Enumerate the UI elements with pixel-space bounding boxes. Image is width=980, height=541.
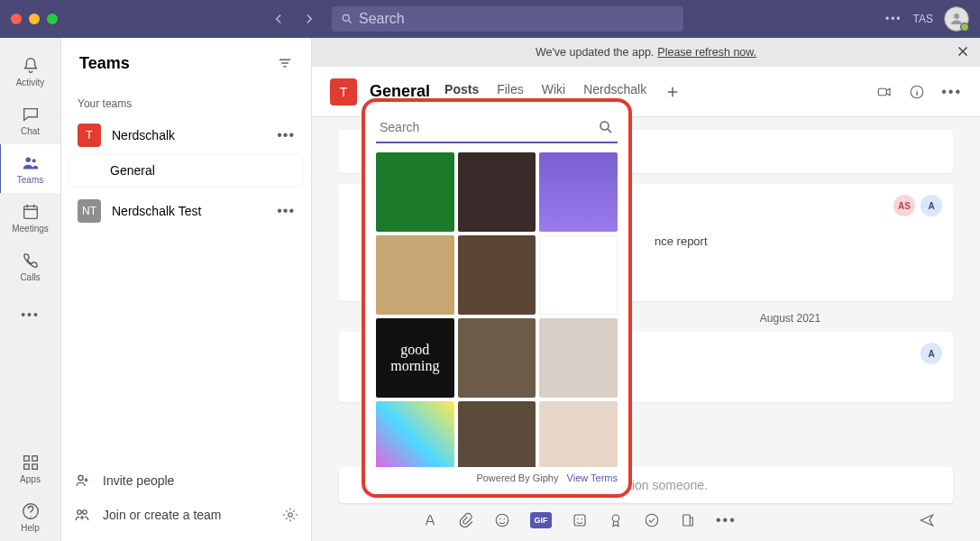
invite-people-link[interactable]: Invite people [74,465,298,496]
gif-tile[interactable] [539,152,618,232]
team-avatar: NT [78,199,101,223]
gif-tile[interactable] [458,401,536,467]
gif-tile[interactable] [376,401,454,467]
gif-search-input[interactable] [380,120,598,134]
gif-button[interactable]: GIF [530,512,552,528]
maximize-window-icon[interactable] [47,14,58,24]
close-window-icon[interactable] [11,14,22,24]
svg-rect-24 [683,515,691,526]
join-label: Join or create a team [103,508,222,522]
gif-search[interactable] [376,113,618,143]
add-tab-icon[interactable] [664,84,681,100]
gif-tile[interactable]: goodmorning [376,318,454,398]
svg-point-1 [954,14,959,19]
banner-text: We've updated the app. [536,46,654,59]
channel-content: We've updated the app. Please refresh no… [312,38,980,541]
gif-tile[interactable] [376,152,454,232]
channel-avatar: T [330,78,357,105]
gif-tile[interactable] [458,235,536,315]
rail-calls[interactable]: Calls [0,242,61,290]
rail-more[interactable]: ••• [0,290,61,339]
your-teams-label: Your teams [70,88,302,115]
ellipsis-icon[interactable]: ••• [277,203,295,219]
gif-tile[interactable] [539,235,618,315]
search-placeholder: Search [359,11,405,27]
team-name: Nerdschalk [112,128,277,142]
praise-icon[interactable] [608,512,624,528]
phone-icon [21,251,41,270]
search-icon [341,13,353,25]
team-nerdschalk[interactable]: T Nerdschalk ••• [70,115,302,155]
svg-point-2 [25,157,31,162]
refresh-link[interactable]: Please refresh now. [657,46,756,59]
ellipsis-icon[interactable]: ••• [941,84,962,100]
svg-rect-8 [32,463,37,469]
gif-tile[interactable] [458,152,536,232]
join-create-team-link[interactable]: Join or create a team [74,500,298,530]
svg-rect-7 [23,463,29,469]
chat-icon [21,105,41,124]
channel-general[interactable]: General [70,155,302,186]
video-icon[interactable] [876,84,893,100]
rail-label: Help [21,523,40,533]
sidebar-title: Teams [79,54,130,73]
bell-icon [21,56,41,76]
attach-icon[interactable] [458,512,474,528]
approvals-icon[interactable] [644,512,660,528]
svg-point-25 [600,122,609,130]
rail-apps[interactable]: Apps [0,444,61,492]
team-avatar: T [78,124,101,147]
channel-name: General [110,163,155,178]
gear-icon[interactable] [282,507,298,523]
svg-point-13 [289,513,293,518]
invite-label: Invite people [103,473,174,488]
title-bar: Search ••• TAS [0,0,980,38]
back-icon[interactable] [270,11,287,27]
rail-chat[interactable]: Chat [0,96,61,144]
user-initials: TAS [913,13,933,25]
gif-tile[interactable] [458,318,536,398]
svg-point-12 [83,510,87,515]
svg-point-23 [646,514,658,527]
svg-point-22 [612,515,619,522]
svg-rect-5 [23,455,29,461]
stream-icon[interactable] [680,512,696,528]
gif-tile[interactable] [539,401,618,467]
calendar-icon [21,202,41,222]
svg-point-21 [582,518,583,520]
gif-picker: goodmorning Powered By Giphy View Terms [362,98,632,498]
gif-tile[interactable] [539,318,618,398]
presence-available-icon [960,23,969,32]
ellipsis-icon[interactable]: ••• [716,512,737,528]
minimize-window-icon[interactable] [29,14,40,24]
gif-tile[interactable] [376,235,454,315]
join-team-icon [74,507,90,523]
ellipsis-icon[interactable]: ••• [277,127,295,143]
view-terms-link[interactable]: View Terms [567,472,618,483]
user-avatar[interactable] [944,6,969,32]
teams-sidebar: Teams Your teams T Nerdschalk ••• Genera… [61,38,312,541]
rail-help[interactable]: Help [0,492,61,541]
invite-icon [74,472,90,489]
rail-label: Meetings [12,224,49,234]
close-icon[interactable] [955,43,971,60]
global-search[interactable]: Search [332,6,683,32]
composer-placeholder: ction someone. [622,478,708,492]
rail-activity[interactable]: Activity [0,47,61,96]
svg-point-18 [504,518,506,520]
rail-teams[interactable]: Teams [0,144,60,193]
emoji-icon[interactable] [494,512,510,528]
app-rail: Activity Chat Teams Meetings Calls ••• A… [0,38,61,541]
send-icon[interactable] [919,512,935,528]
forward-icon[interactable] [301,11,317,27]
search-icon[interactable] [598,119,614,135]
ellipsis-icon[interactable]: ••• [885,13,902,25]
filter-icon[interactable] [277,55,293,71]
sticker-icon[interactable] [572,512,588,528]
rail-meetings[interactable]: Meetings [0,193,61,242]
format-icon[interactable] [422,512,438,528]
team-nerdschalk-test[interactable]: NT Nerdschalk Test ••• [70,191,302,231]
gif-footer: Powered By Giphy View Terms [376,467,618,483]
info-icon[interactable] [909,84,925,100]
user-badge: A [920,195,942,216]
